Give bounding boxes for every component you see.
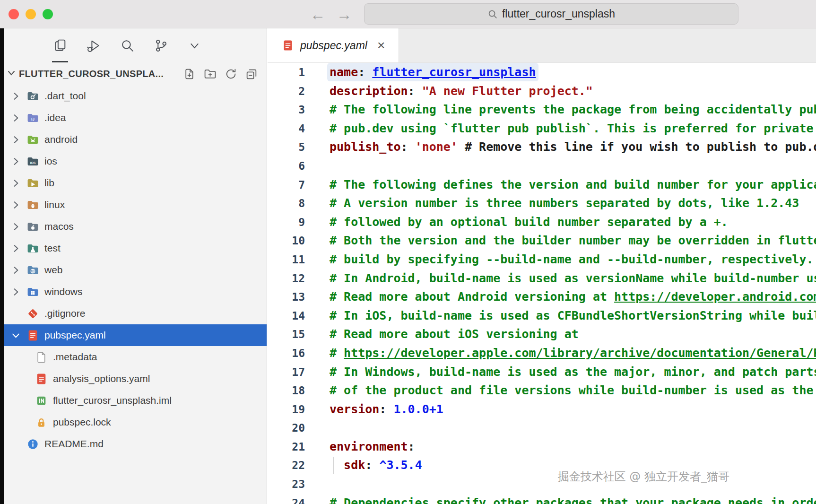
tab-close-icon[interactable]: × — [377, 39, 385, 52]
line-text: # build by specifying --build-name and -… — [330, 250, 814, 269]
line-number: 19 — [268, 400, 305, 419]
tree-item-label: README.md — [44, 438, 104, 450]
source-control-icon[interactable] — [152, 28, 170, 62]
yaml-file-icon — [35, 373, 48, 385]
iml-file-icon — [35, 394, 48, 407]
folder-windows-icon — [26, 286, 39, 298]
tree-item-label: .dart_tool — [44, 90, 86, 102]
line-text: # A version number is three numbers sepa… — [330, 194, 799, 213]
chevron-right-icon — [10, 243, 26, 254]
tab-label: pubspec.yaml — [300, 39, 367, 52]
tree-item-ios[interactable]: iOSios — [4, 150, 267, 172]
forward-arrow-icon[interactable]: → — [335, 7, 354, 22]
line-text: # Read more about iOS versioning at — [330, 325, 579, 344]
tree-item-windows[interactable]: windows — [4, 281, 267, 303]
code-line: 4# pub.dev using `flutter pub publish`. … — [268, 119, 816, 138]
editor-group: pubspec.yaml × 1name: flutter_curosr_uns… — [268, 28, 816, 504]
line-number: 3 — [268, 101, 305, 120]
line-number: 14 — [268, 307, 305, 326]
titlebar-search[interactable]: flutter_curosr_unsplash — [364, 3, 738, 25]
tree-item-linux[interactable]: linux — [4, 194, 267, 216]
line-text: environment: — [330, 437, 415, 456]
tree-item-macos[interactable]: macos — [4, 216, 267, 237]
chevron-right-icon — [10, 156, 26, 167]
line-number: 6 — [268, 157, 305, 176]
titlebar-search-value: flutter_curosr_unsplash — [502, 8, 615, 20]
tree-item-analysis-options-yaml[interactable]: analysis_options.yaml — [4, 368, 267, 390]
line-number: 7 — [268, 176, 305, 195]
section-chevron-down-icon[interactable] — [6, 67, 17, 80]
tab-pubspec-yaml[interactable]: pubspec.yaml × — [268, 28, 399, 62]
search-icon[interactable] — [118, 28, 136, 62]
run-debug-icon[interactable] — [85, 28, 103, 62]
tree-item-test[interactable]: test — [4, 237, 267, 259]
tree-item-label: .metadata — [53, 351, 97, 363]
tab-bar: pubspec.yaml × — [268, 28, 816, 63]
new-folder-icon[interactable] — [204, 68, 217, 80]
line-text: # Dependencies specify other packages th… — [330, 494, 816, 504]
folder-ios-icon: iOS — [26, 155, 39, 168]
line-text: # In iOS, build-name is used as CFBundle… — [330, 306, 816, 325]
code-line: 24# Dependencies specify other packages … — [268, 494, 816, 504]
tree-item-web[interactable]: web — [4, 259, 267, 281]
close-button[interactable] — [9, 9, 19, 19]
tree-item--gitignore[interactable]: .gitignore — [4, 303, 267, 324]
folder-android-icon — [26, 133, 39, 146]
line-text: # The following defines the version and … — [330, 175, 816, 194]
code-line: 18# of the product and file versions whi… — [268, 381, 816, 400]
line-number: 9 — [268, 213, 305, 232]
line-number: 20 — [268, 419, 305, 438]
tree-item-label: android — [44, 134, 78, 145]
refresh-icon[interactable] — [225, 68, 237, 80]
minimize-button[interactable] — [26, 9, 36, 19]
tree-item-label: ios — [44, 156, 57, 167]
chevron-right-icon — [10, 91, 26, 102]
code-line: 14# In iOS, build-name is used as CFBund… — [268, 306, 816, 325]
tree-item-label: .gitignore — [44, 308, 85, 319]
tree-item-android[interactable]: android — [4, 129, 267, 150]
zoom-button[interactable] — [43, 9, 53, 19]
chevron-down-icon — [10, 330, 26, 341]
vscode-window: ← → flutter_curosr_unsplash FLUTTER_CURO… — [0, 0, 816, 504]
activity-bar — [4, 28, 267, 62]
new-file-icon[interactable] — [183, 68, 196, 80]
chevron-right-icon — [10, 178, 26, 189]
tree-item-pubspec-yaml[interactable]: pubspec.yaml — [4, 324, 267, 346]
tree-item-readme-md[interactable]: README.md — [4, 433, 267, 455]
chevron-right-icon — [10, 287, 26, 297]
code-line: 17# In Windows, build-name is used as th… — [268, 363, 816, 382]
explorer-header[interactable]: FLUTTER_CUROSR_UNSPLA... — [4, 62, 267, 85]
line-number: 21 — [268, 438, 305, 457]
yaml-file-icon — [26, 329, 39, 342]
chevron-down-icon[interactable] — [185, 28, 203, 62]
chevron-right-icon — [10, 134, 26, 145]
code-area[interactable]: 1name: flutter_curosr_unsplash2descripti… — [268, 63, 816, 504]
tree-item--metadata[interactable]: .metadata — [4, 346, 267, 368]
collapse-all-icon[interactable] — [245, 68, 258, 80]
tree-item-pubspec-lock[interactable]: pubspec.lock — [4, 411, 267, 433]
line-text: # of the product and file versions while… — [330, 381, 816, 400]
code-line: 6 — [268, 156, 816, 175]
code-line: 11# build by specifying --build-name and… — [268, 250, 816, 269]
tree-item-lib[interactable]: lib — [4, 172, 267, 194]
line-number: 16 — [268, 344, 305, 363]
svg-text:IJ: IJ — [31, 116, 35, 121]
tree-item-label: lib — [44, 177, 54, 189]
tree-item-label: test — [44, 243, 61, 254]
window-left-edge — [0, 28, 4, 504]
tree-item-flutter-curosr-unsplash-iml[interactable]: flutter_curosr_unsplash.iml — [4, 390, 267, 411]
tree-item--idea[interactable]: IJ.idea — [4, 107, 267, 129]
tree-item-label: flutter_curosr_unsplash.iml — [53, 395, 172, 406]
tree-item-label: linux — [44, 199, 65, 210]
line-number: 5 — [268, 138, 305, 157]
line-text: sdk: ^3.5.4 — [330, 456, 422, 475]
chevron-right-icon — [10, 221, 26, 232]
folder-test-icon — [26, 242, 39, 255]
chevron-right-icon — [10, 200, 26, 210]
back-arrow-icon[interactable]: ← — [308, 7, 327, 22]
line-text: # In Android, build-name is used as vers… — [330, 269, 816, 288]
line-number: 2 — [268, 82, 305, 101]
code-line: 22 sdk: ^3.5.4 — [268, 456, 816, 475]
explorer-files-icon[interactable] — [51, 28, 69, 62]
tree-item--dart-tool[interactable]: .dart_tool — [4, 85, 267, 107]
